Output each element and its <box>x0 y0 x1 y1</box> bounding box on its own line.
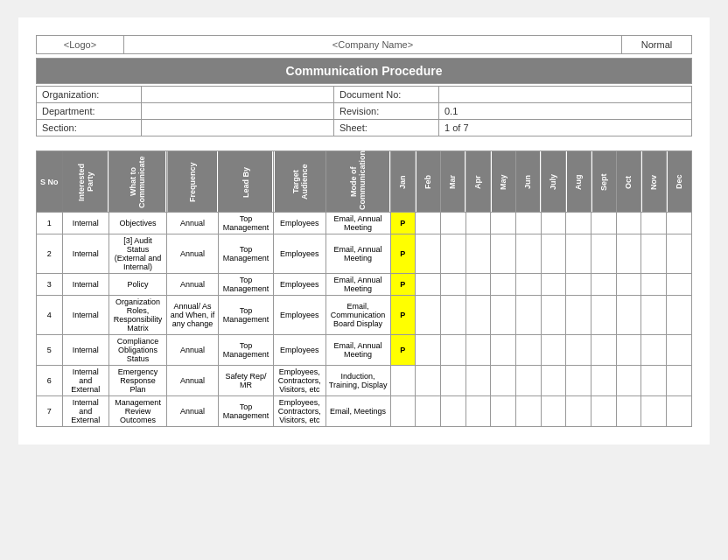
party-cell: Internal <box>62 296 108 335</box>
feb-cell <box>416 335 441 366</box>
nov-cell <box>641 335 667 366</box>
org-value <box>142 87 334 103</box>
dec-cell <box>667 213 692 234</box>
jan-cell: P <box>390 213 416 234</box>
sheet-label: Sheet: <box>334 120 439 136</box>
what-cell: Compliance Obligations Status <box>108 335 166 366</box>
freq-cell: Annual <box>167 234 218 274</box>
freq-cell: Annual <box>167 213 218 234</box>
mode-cell: Email, Annual Meeting <box>326 335 390 366</box>
jan-cell: P <box>390 274 416 296</box>
page: <Logo> <Company Name> Normal Communicati… <box>18 18 710 444</box>
jun-cell <box>515 234 541 274</box>
may-cell <box>491 296 516 335</box>
mode-cell: Email, Annual Meeting <box>326 213 390 234</box>
sept-cell <box>592 296 617 335</box>
table-row: 4InternalOrganization Roles, Responsibil… <box>37 296 692 335</box>
sept-cell <box>592 366 617 396</box>
nov-cell <box>641 396 667 427</box>
table-row: 6Internal and ExternalEmergency Response… <box>37 366 692 396</box>
july-cell <box>541 366 566 396</box>
mar-cell <box>440 335 466 366</box>
sno-cell: 2 <box>37 234 63 274</box>
mar-cell <box>440 274 466 296</box>
rev-label: Revision: <box>334 103 439 120</box>
feb-cell <box>416 274 441 296</box>
logo-cell: <Logo> <box>37 36 124 54</box>
dec-cell <box>667 335 692 366</box>
nov-cell <box>641 274 667 296</box>
th-lead: Lead By <box>218 151 273 213</box>
apr-cell <box>466 213 491 234</box>
table-row: 2Internal[3] Audit Status (External and … <box>37 234 692 274</box>
audience-cell: Employees <box>274 234 326 274</box>
lead-cell: Top Management <box>218 296 273 335</box>
mode-cell: Email, Meetings <box>326 396 390 427</box>
th-feb: Feb <box>416 151 441 213</box>
apr-cell <box>466 234 491 274</box>
nov-cell <box>641 296 667 335</box>
table-row: 3InternalPolicyAnnualTop ManagementEmplo… <box>37 274 692 296</box>
sept-cell <box>592 213 617 234</box>
th-aug: Aug <box>566 151 592 213</box>
th-mode: Mode of Communication <box>326 151 390 213</box>
th-sno: S No <box>37 151 63 213</box>
aug-cell <box>566 335 592 366</box>
section-value <box>142 120 334 136</box>
may-cell <box>491 396 516 427</box>
sept-cell <box>592 396 617 427</box>
oct-cell <box>616 296 641 335</box>
jun-cell <box>515 396 541 427</box>
feb-cell <box>416 213 441 234</box>
title-cell: Communication Procedure <box>37 59 692 84</box>
jan-cell <box>390 396 416 427</box>
table-row: 7Internal and ExternalManagement Review … <box>37 396 692 427</box>
freq-cell: Annual/ As and When, if any change <box>167 296 218 335</box>
jun-cell <box>515 296 541 335</box>
th-may: May <box>491 151 516 213</box>
party-cell: Internal and External <box>62 366 108 396</box>
mode-cell: Email, Annual Meeting <box>326 234 390 274</box>
nov-cell <box>641 366 667 396</box>
dept-value <box>142 103 334 120</box>
org-label: Organization: <box>37 87 142 103</box>
what-cell: Policy <box>108 274 166 296</box>
doc-value <box>439 87 692 103</box>
dec-cell <box>667 396 692 427</box>
mode-cell: Induction, Training, Display <box>326 366 390 396</box>
party-cell: Internal <box>62 213 108 234</box>
mar-cell <box>440 366 466 396</box>
th-freq: Frequency <box>167 151 218 213</box>
aug-cell <box>566 274 592 296</box>
july-cell <box>541 274 566 296</box>
lead-cell: Top Management <box>218 396 273 427</box>
jan-cell: P <box>390 296 416 335</box>
audience-cell: Employees, Contractors, Visitors, etc <box>274 396 326 427</box>
sept-cell <box>592 234 617 274</box>
apr-cell <box>466 366 491 396</box>
aug-cell <box>566 296 592 335</box>
feb-cell <box>416 296 441 335</box>
mode-cell: Email, Communication Board Display <box>326 296 390 335</box>
dept-label: Department: <box>37 103 142 120</box>
july-cell <box>541 396 566 427</box>
th-party: Interested Party <box>62 151 108 213</box>
title-table: Communication Procedure <box>36 58 692 84</box>
audience-cell: Employees <box>274 335 326 366</box>
sno-cell: 1 <box>37 213 63 234</box>
jun-cell <box>515 366 541 396</box>
apr-cell <box>466 296 491 335</box>
lead-cell: Top Management <box>218 274 273 296</box>
mode-cell: Email, Annual Meeting <box>326 274 390 296</box>
what-cell: Management Review Outcomes <box>108 396 166 427</box>
main-table: S No Interested Party What to Communicat… <box>36 150 692 427</box>
nov-cell <box>641 234 667 274</box>
table-row: 5InternalCompliance Obligations StatusAn… <box>37 335 692 366</box>
jan-cell: P <box>390 335 416 366</box>
header-table: <Logo> <Company Name> Normal <box>36 35 692 54</box>
sno-cell: 4 <box>37 296 63 335</box>
dec-cell <box>667 366 692 396</box>
sno-cell: 5 <box>37 335 63 366</box>
party-cell: Internal <box>62 274 108 296</box>
aug-cell <box>566 396 592 427</box>
